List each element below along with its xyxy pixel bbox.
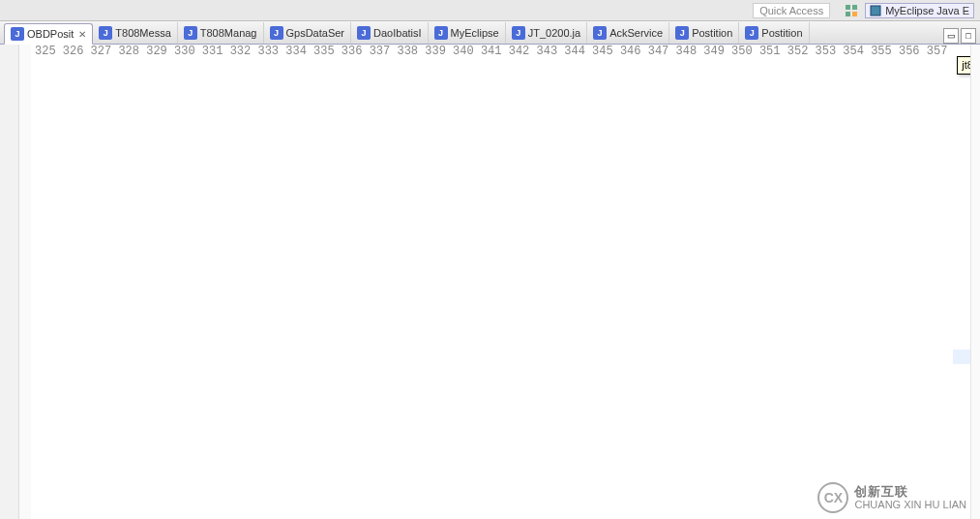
minimize-button[interactable]: ▭ <box>943 28 959 44</box>
java-file-icon: J <box>11 27 24 41</box>
code-editor[interactable]: jt808Server/src/com/ltmonitor/jt808/prot… <box>953 45 970 519</box>
watermark-logo-icon: CX <box>817 482 848 513</box>
code-line[interactable]: //setOBDAirMassFlow((short)((additionalB… <box>953 393 970 408</box>
code-line[interactable]: //setOBDFuelPressure((short)((additional… <box>953 219 970 233</box>
perspective-button[interactable]: MyEclipse Java E <box>865 3 974 18</box>
editor-window-controls: ▭ □ <box>943 28 980 44</box>
code-line[interactable]: //setOBDCoolantTemperature((short)((addi… <box>953 161 970 175</box>
watermark-brand: 创新互联 <box>854 485 966 499</box>
svg-rect-2 <box>846 12 850 16</box>
editor-tab[interactable]: JOBDPosit✕ <box>4 23 93 45</box>
tab-label: T808Manag <box>200 27 257 39</box>
editor-tab[interactable]: JJT_0200.ja <box>506 22 587 44</box>
code-line[interactable]: setOBDFuelPressure((short)BitConverter.T… <box>953 233 970 248</box>
folding-bar[interactable] <box>19 45 31 519</box>
code-line[interactable]: case 0x0C: //进气温度：-60 - 250℃ 有符号整数，2字节 <box>953 321 970 335</box>
code-line[interactable]: case 0x0E: //节气门绝对位置：0 - 100 %，1字节 <box>953 437 970 451</box>
java-file-icon: J <box>99 26 112 40</box>
tab-label: Postition <box>692 27 732 39</box>
close-icon[interactable]: ✕ <box>78 29 86 40</box>
tab-label: JT_0200.ja <box>528 27 580 39</box>
svg-rect-4 <box>871 6 880 15</box>
code-line[interactable]: break; <box>953 364 970 379</box>
code-line[interactable]: break; <box>953 422 970 437</box>
tab-label: Postition <box>761 27 802 39</box>
code-line[interactable]: break; <box>953 190 970 204</box>
tab-label: T808Messa <box>115 27 170 39</box>
code-line[interactable]: case 0x0B: //进气歧管绝对压力：0 - 500 kPa，2字节 <box>953 262 970 277</box>
java-file-icon: J <box>357 26 371 40</box>
tab-label: OBDPosit <box>27 28 74 40</box>
editor-tab[interactable]: JT808Messa <box>93 22 177 44</box>
editor-tab[interactable]: JGpsDataSer <box>264 22 352 44</box>
watermark: CX 创新互联 CHUANG XIN HU LIAN <box>817 482 966 513</box>
code-line[interactable]: setOBDAirMassFlow((short)BitConverter.To… <box>953 408 970 422</box>
editor-area: 325 326 327 328 329 330 331 332 333 334 … <box>0 45 980 519</box>
code-line[interactable]: setObjEngineLoad((byte)(additionalBytes[… <box>953 117 970 132</box>
tab-label: AckService <box>609 27 663 39</box>
code-line[interactable]: break; <box>953 466 970 480</box>
java-file-icon: J <box>184 26 197 40</box>
tab-label: MyEclipse <box>451 27 499 39</box>
code-line[interactable]: setOBDInletBranchPressure((short)BitConv… <box>953 291 970 306</box>
code-line[interactable]: case 0x0A: //燃油压力：0 - 999 kPa，2字节 <box>953 204 970 219</box>
editor-tab[interactable]: JT808Manag <box>178 22 264 44</box>
tab-label: GpsDataSer <box>286 27 345 39</box>
file-path-tooltip: jt808Server/src/com/ltmonitor/jt808/prot… <box>957 56 970 75</box>
editor-tab[interactable]: JDaoIbatisI <box>351 22 429 44</box>
code-line[interactable]: setOBDThrottlePosition((byte)(additional… <box>953 451 970 466</box>
line-number-ruler[interactable]: 325 326 327 328 329 330 331 332 333 334 … <box>31 45 953 519</box>
editor-tab[interactable]: JPostition <box>669 22 739 44</box>
editor-tab[interactable]: JPostition <box>739 22 809 44</box>
editor-tab[interactable]: JMyEclipse <box>429 22 506 44</box>
code-line[interactable]: setOBDCoolantTemperature((short)BitConve… <box>953 175 970 190</box>
java-file-icon: J <box>675 26 689 40</box>
code-line[interactable]: break; <box>953 306 970 321</box>
java-file-icon: J <box>593 26 607 40</box>
java-file-icon: J <box>434 26 448 40</box>
marker-bar[interactable] <box>0 45 19 519</box>
top-toolbar: Quick Access MyEclipse Java E <box>0 0 980 21</box>
code-line[interactable]: case 0x0D: //进气流量：0 - 999 g/s，2字节 <box>953 379 970 393</box>
editor-tab-bar: JOBDPosit✕JT808MessaJT808ManagJGpsDataSe… <box>0 21 980 45</box>
tab-label: DaoIbatisI <box>373 27 422 39</box>
code-line[interactable]: break; <box>953 248 970 262</box>
code-line[interactable]: //setOBDInletTemperature((short)((additi… <box>953 335 970 350</box>
perspective-label: MyEclipse Java E <box>885 5 969 16</box>
overview-ruler[interactable] <box>970 45 980 519</box>
open-perspective-icon[interactable] <box>844 3 859 18</box>
java-file-icon: J <box>270 26 283 40</box>
code-line[interactable]: case 0x09: //冷却液温度：-60 - 250℃ 有符号整数，2字节 <box>953 146 970 161</box>
svg-rect-0 <box>846 5 850 10</box>
java-file-icon: J <box>745 26 758 40</box>
svg-rect-1 <box>852 5 857 10</box>
code-line[interactable]: //setOBDInletBranchPressure((short)((add… <box>953 277 970 291</box>
editor-tab[interactable]: JAckService <box>587 22 669 44</box>
quick-access-box[interactable]: Quick Access <box>753 3 830 18</box>
java-file-icon: J <box>512 26 525 40</box>
svg-rect-3 <box>852 12 857 16</box>
maximize-button[interactable]: □ <box>961 28 976 44</box>
watermark-sub: CHUANG XIN HU LIAN <box>854 499 966 510</box>
code-line[interactable]: setOBDInletTemperature((short)BitConvert… <box>953 350 970 364</box>
code-line[interactable]: break; <box>953 132 970 146</box>
